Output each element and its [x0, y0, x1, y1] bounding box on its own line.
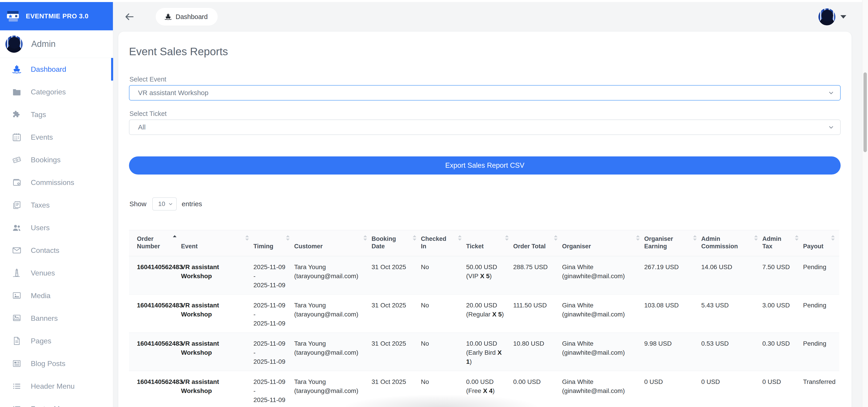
column-header-ticket[interactable]: Ticket [466, 230, 513, 256]
column-header-payout[interactable]: Payout [803, 230, 839, 256]
sidebar-item-users[interactable]: Users [0, 216, 113, 239]
column-header-checked-in[interactable]: Checked In [421, 230, 466, 256]
select-ticket-label: Select Ticket [129, 110, 166, 117]
sidebar-menu: DashboardCategoriesTagsEventsBookingsCom… [0, 58, 113, 407]
cell-organiser: Gina White(ginawhite@mail.com) [562, 333, 644, 371]
sort-icon [286, 235, 290, 241]
column-header-admin-commission[interactable]: Admin Commission [701, 230, 762, 256]
column-header-label: Checked In [421, 235, 453, 250]
sidebar-item-banners[interactable]: Banners [0, 307, 113, 329]
column-header-customer[interactable]: Customer [294, 230, 372, 256]
sidebar-item-footer-menu[interactable]: Footer Menu [0, 398, 113, 407]
table-header-row: Order NumberEventTimingCustomerBooking D… [129, 230, 839, 256]
scrollbar-thumb[interactable] [864, 72, 867, 152]
column-header-booking-date[interactable]: Booking Date [372, 230, 421, 256]
money-icon [12, 155, 22, 165]
sidebar-item-taxes[interactable]: Taxes [0, 194, 113, 216]
sidebar-item-label: Banners [31, 314, 58, 323]
sidebar-item-label: Events [31, 133, 53, 142]
cell-ticket: 0.00 USD(Free X 4) [466, 371, 513, 407]
select-ticket[interactable]: All [129, 119, 841, 135]
column-header-label: Booking Date [372, 235, 408, 250]
cell-admin-tax: 0 USD [762, 371, 803, 407]
sort-icon [245, 235, 249, 241]
wallet-icon [12, 177, 22, 187]
column-header-order-total[interactable]: Order Total [513, 230, 562, 256]
cell-event: VR assistant Workshop [181, 256, 253, 294]
list-icon [12, 381, 22, 391]
vertical-scrollbar[interactable] [862, 0, 868, 407]
sort-icon [754, 235, 758, 241]
cell-organiser-earning: 9.98 USD [644, 333, 701, 371]
cell-checked-in: No [421, 371, 466, 407]
cell-organiser-earning: 0 USD [644, 371, 701, 407]
cell-admin-tax: 0.30 USD [762, 333, 803, 371]
select-event[interactable]: VR assistant Workshop [129, 85, 841, 100]
sidebar-item-categories[interactable]: Categories [0, 81, 113, 103]
cell-ticket: 50.00 USD(VIP X 5) [466, 256, 513, 294]
sidebar-item-venues[interactable]: Venues [0, 262, 113, 284]
table-row: 1604140562483VR assistant Workshop2025-1… [129, 294, 839, 333]
sidebar-item-pages[interactable]: Pages [0, 329, 113, 352]
entries-bar: Show 10 entries [129, 197, 202, 211]
table-row: 1604140562483VR assistant Workshop2025-1… [129, 333, 839, 371]
sort-icon [554, 235, 558, 241]
sidebar-item-dashboard[interactable]: Dashboard [0, 58, 113, 81]
column-header-organiser-earning[interactable]: Organiser Earning [644, 230, 701, 256]
table-row: 1604140562483VR assistant Workshop2025-1… [129, 256, 839, 294]
cell-organiser: Gina White(ginawhite@mail.com) [562, 256, 644, 294]
cell-order-number: 1604140562483 [129, 294, 181, 332]
sidebar-item-header-menu[interactable]: Header Menu [0, 375, 113, 398]
sidebar-item-label: Venues [31, 269, 55, 277]
brand[interactable]: EVENTMIE PRO 3.0 [0, 2, 113, 30]
sidebar-item-label: Header Menu [31, 382, 75, 390]
column-header-admin-tax[interactable]: Admin Tax [762, 230, 803, 256]
cell-admin-commission: 0 USD [701, 371, 762, 407]
sort-icon [458, 235, 462, 241]
sidebar-item-label: Bookings [31, 156, 61, 164]
sort-icon [831, 235, 835, 241]
sidebar-item-tags[interactable]: Tags [0, 103, 113, 126]
column-header-event[interactable]: Event [181, 230, 253, 256]
sidebar-item-commissions[interactable]: Commissions [0, 171, 113, 194]
breadcrumb[interactable]: Dashboard [156, 8, 218, 26]
cell-order-total: 288.75 USD [513, 256, 562, 294]
sort-ascending-icon [173, 235, 177, 237]
column-header-order-number[interactable]: Order Number [129, 230, 181, 256]
cell-booking-date: 31 Oct 2025 [372, 294, 421, 332]
sidebar-item-label: Footer Menu [31, 405, 72, 407]
puzzle-icon [12, 110, 22, 119]
ship-icon [164, 13, 172, 21]
column-header-label: Customer [294, 243, 323, 250]
user-photo-avatar [5, 35, 23, 53]
sidebar-item-events[interactable]: Events [0, 126, 113, 148]
cell-organiser-earning: 267.19 USD [644, 256, 701, 294]
column-header-organiser[interactable]: Organiser [562, 230, 644, 256]
user-menu[interactable] [818, 2, 846, 31]
cell-order-number: 1604140562483 [129, 371, 181, 407]
profile[interactable]: Admin [0, 30, 113, 58]
media-icon [12, 291, 22, 300]
show-label: Show [129, 200, 146, 208]
cell-order-total: 111.50 USD [513, 294, 562, 332]
sidebar-item-contacts[interactable]: Contacts [0, 239, 113, 262]
cell-admin-commission: 5.43 USD [701, 294, 762, 332]
sidebar-item-label: Contacts [31, 246, 59, 255]
cell-booking-date: 31 Oct 2025 [372, 333, 421, 371]
entries-per-page-select[interactable]: 10 [152, 197, 177, 210]
sidebar-item-bookings[interactable]: Bookings [0, 148, 113, 171]
export-sales-report-button[interactable]: Export Sales Report CSV [129, 156, 841, 175]
sidebar-item-label: Tags [31, 111, 46, 119]
cell-timing: 2025-11-09-2025-11-09 [253, 294, 294, 332]
sidebar-item-media[interactable]: Media [0, 284, 113, 307]
cell-checked-in: No [421, 294, 466, 332]
column-header-timing[interactable]: Timing [253, 230, 294, 256]
sidebar-item-blog-posts[interactable]: Blog Posts [0, 352, 113, 375]
folder-icon [12, 87, 22, 97]
sidebar-item-label: Taxes [31, 201, 50, 209]
arrow-left-icon [124, 11, 135, 22]
cell-customer: Tara Young(tarayoung@mail.com) [294, 371, 372, 407]
column-header-label: Event [181, 243, 198, 250]
back-button[interactable] [124, 11, 135, 22]
cell-booking-date: 31 Oct 2025 [372, 256, 421, 294]
